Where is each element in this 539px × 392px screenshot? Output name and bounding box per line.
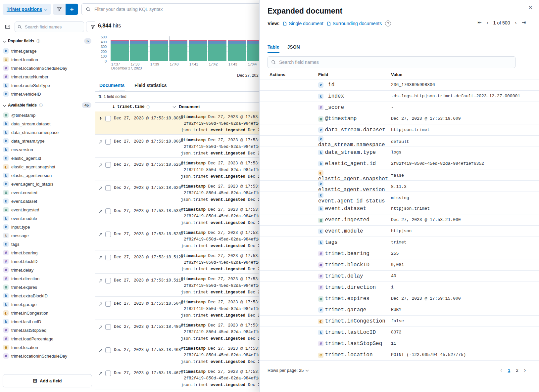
field-item[interactable]: k trimet.lastLocID (0, 317, 95, 326)
field-row[interactable]: k elastic_agent.id 2f82f419-850d-45ed-82… (260, 158, 539, 169)
field-row[interactable]: k trimet.garage RUBY (260, 304, 539, 316)
field-row[interactable]: # trimet.direction 1 (260, 282, 539, 293)
field-item[interactable]: k tags (0, 240, 95, 248)
row-checkbox[interactable] (105, 301, 111, 307)
field-row[interactable]: k data_stream.dataset httpjson.trimet (260, 124, 539, 136)
field-row[interactable]: # trimet.blockID 9,081 (260, 259, 539, 271)
row-checkbox[interactable] (105, 278, 111, 283)
field-row[interactable]: k event.module httpjson (260, 226, 539, 237)
field-item[interactable]: k trimet.routeSubType (0, 81, 95, 90)
row-checkbox[interactable] (105, 139, 111, 145)
field-row[interactable]: # trimet.delay 40 (260, 271, 539, 282)
row-checkbox[interactable] (105, 208, 111, 214)
field-search-box[interactable] (15, 22, 84, 32)
expand-document-icon[interactable] (99, 325, 102, 330)
field-item[interactable]: k trimet.garage (0, 47, 95, 55)
page-1-button[interactable]: 1 (508, 368, 511, 373)
row-checkbox[interactable] (105, 347, 111, 353)
field-item[interactable]: ◐ trimet.inCongestion (0, 309, 95, 317)
popular-fields-header[interactable]: Popular fields ⓘ 6 (0, 34, 95, 46)
field-item[interactable]: k input.type (0, 223, 95, 231)
field-item[interactable]: k data_stream.type (0, 137, 95, 145)
expand-document-icon[interactable] (99, 278, 102, 284)
field-row[interactable]: ◐ elastic_agent.snapshot false (260, 169, 539, 181)
field-item[interactable]: k elastic_agent.id (0, 154, 95, 162)
column-menu-icon[interactable] (173, 105, 176, 108)
field-row[interactable]: # _score - (260, 102, 539, 113)
field-row[interactable]: ⊕ trimet.location POINT (-122.605794 45.… (260, 349, 539, 361)
field-item[interactable]: # trimet.lastStopSeq (0, 326, 95, 334)
add-filter-button[interactable]: + (66, 4, 78, 15)
field-item[interactable]: k data_stream.dataset (0, 119, 95, 128)
field-row[interactable]: ▦ trimet.expires Dec 27, 2023 @ 17:59:15… (260, 293, 539, 304)
rows-per-page-button[interactable]: Rows per page: 25 (268, 368, 308, 373)
tab-json[interactable]: JSON (287, 44, 300, 53)
flyout-field-search-input[interactable] (278, 59, 515, 65)
field-item[interactable]: # trimet.routeNumber (0, 72, 95, 81)
row-checkbox[interactable] (105, 116, 111, 121)
field-item[interactable]: k trimet.garage (0, 300, 95, 309)
field-item[interactable]: ⊕ trimet.location (0, 55, 95, 64)
field-row[interactable]: k data_stream.namespace default (260, 136, 539, 147)
field-row[interactable]: k event.dataset httpjson.trimet (260, 203, 539, 214)
field-row[interactable]: k _id 236_1703695998806 (260, 79, 539, 91)
row-checkbox[interactable] (105, 162, 111, 168)
field-item[interactable]: k trimet.extraBlockID (0, 291, 95, 300)
available-fields-header[interactable]: Available fields ⓘ 45 (0, 98, 95, 110)
field-item[interactable]: ◐ elastic_agent.snapshot (0, 162, 95, 171)
field-item[interactable]: ▦ trimet.expires (0, 283, 95, 291)
tab-documents[interactable]: Documents (99, 80, 125, 91)
row-checkbox[interactable] (105, 232, 111, 237)
expand-document-icon[interactable] (99, 162, 102, 168)
field-row[interactable]: k _index .ds-logs-httpjson.trimet-defaul… (260, 91, 539, 102)
next-page-icon[interactable]: › (515, 20, 516, 25)
pinned-document-icon[interactable] (99, 116, 103, 122)
field-item[interactable]: ▦ event.ingested (0, 205, 95, 214)
expand-document-icon[interactable] (99, 255, 102, 261)
field-item[interactable]: # trimet.locationInScheduleDay (0, 352, 95, 360)
field-item[interactable]: ▦ event.created (0, 188, 95, 197)
expand-document-icon[interactable] (99, 348, 102, 354)
sorted-fields-button[interactable]: ⇅ 1 field sorted (98, 94, 126, 99)
field-row[interactable]: ◐ trimet.inCongestion false (260, 316, 539, 327)
field-item[interactable]: k event.module (0, 214, 95, 223)
field-item[interactable]: # trimet.direction (0, 274, 95, 283)
tab-table[interactable]: Table (268, 44, 279, 53)
row-checkbox[interactable] (105, 255, 111, 260)
next-page-icon[interactable]: › (524, 367, 526, 373)
surrounding-documents-link[interactable]: Surrounding documents (327, 21, 382, 26)
field-row[interactable]: # trimet.lastStopSeq 11 (260, 338, 539, 349)
field-item[interactable]: # trimet.locationInScheduleDay (0, 64, 95, 72)
field-item[interactable]: ▦ @timestamp (0, 111, 95, 119)
field-row[interactable]: k tags trimet (260, 237, 539, 248)
field-item[interactable]: # trimet.blockID (0, 257, 95, 266)
field-row[interactable]: k data_stream.type logs (260, 147, 539, 158)
field-item[interactable]: k event.agent_id_status (0, 180, 95, 188)
data-view-picker[interactable]: TriMet positions (3, 4, 51, 15)
field-item[interactable]: k event.dataset (0, 197, 95, 205)
row-checkbox[interactable] (105, 370, 111, 376)
close-icon[interactable]: × (526, 3, 534, 12)
field-row[interactable]: k elastic_agent.version 8.11.3 (260, 181, 539, 192)
field-item[interactable]: t message (0, 231, 95, 240)
field-item[interactable]: ⊕ trimet.location (0, 343, 95, 352)
page-2-button[interactable]: 2 (516, 368, 518, 373)
expand-document-icon[interactable] (99, 232, 102, 238)
expand-document-icon[interactable] (99, 139, 102, 145)
time-column-header[interactable]: ↓ trimet.time ◷ (112, 105, 179, 109)
last-page-icon[interactable]: ⇥ (521, 20, 526, 25)
help-icon[interactable]: ? (385, 21, 391, 26)
previous-page-icon[interactable]: ‹ (487, 20, 488, 25)
field-item[interactable]: k data_stream.namespace (0, 128, 95, 137)
field-row[interactable]: k trimet.lastLocID 8372 (260, 327, 539, 338)
row-checkbox[interactable] (105, 185, 111, 191)
expand-document-icon[interactable] (99, 371, 102, 377)
field-item[interactable]: k elastic_agent.version (0, 171, 95, 180)
row-checkbox[interactable] (105, 324, 111, 330)
tab-field-statistics[interactable]: Field statistics (134, 80, 167, 91)
saved-query-menu-button[interactable] (53, 4, 66, 15)
expand-document-icon[interactable] (99, 209, 102, 215)
field-item[interactable]: # trimet.bearing (0, 248, 95, 257)
field-item[interactable]: k trimet.vehicleID (0, 90, 95, 98)
previous-page-icon[interactable]: ‹ (500, 367, 502, 373)
